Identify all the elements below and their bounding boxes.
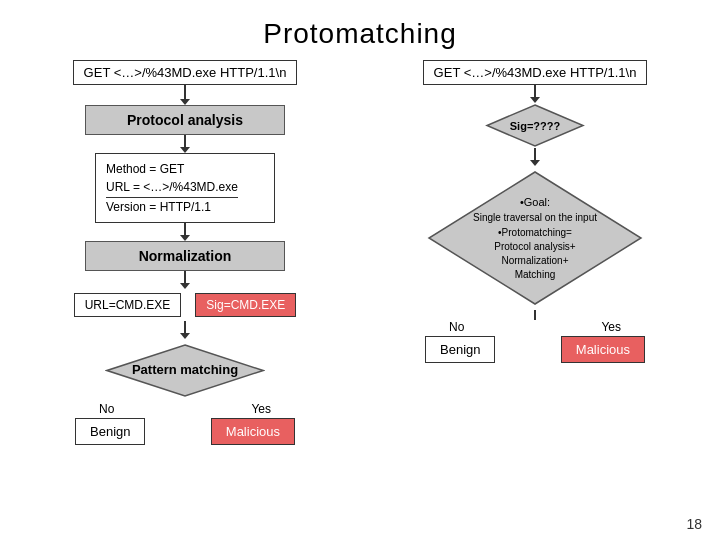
sig-cmd-box: Sig=CMD.EXE	[195, 293, 296, 317]
r-malicious-box: Malicious	[561, 336, 645, 363]
left-diagram: GET <…>/%43MD.exe HTTP/1.1\n Protocol an…	[35, 60, 335, 445]
r-arrow2	[534, 148, 536, 160]
arrow4	[184, 271, 186, 283]
no-label: No	[99, 402, 114, 416]
arrowhead4	[180, 283, 190, 289]
svg-marker-4	[429, 172, 641, 304]
url-sig-row: URL=CMD.EXE Sig=CMD.EXE	[74, 293, 297, 317]
info-box: Method = GET URL = <…>/%43MD.exe Version…	[95, 153, 275, 223]
svg-text:•Goal:: •Goal:	[520, 196, 550, 208]
left-http-box: GET <…>/%43MD.exe HTTP/1.1\n	[73, 60, 298, 85]
method-line: Method = GET	[106, 160, 264, 178]
page-number: 18	[686, 516, 702, 532]
r-result-row: Benign Malicious	[425, 336, 645, 363]
url-cmd-box: URL=CMD.EXE	[74, 293, 182, 317]
right-col: Sig=???? •Goal: Single traversal on the …	[425, 85, 645, 363]
arrowhead5	[180, 333, 190, 339]
svg-text:Protocol analysis+: Protocol analysis+	[494, 241, 576, 252]
r-yes-label: Yes	[601, 320, 621, 334]
version-line: Version = HTTP/1.1	[106, 198, 264, 216]
right-main: Sig=???? •Goal: Single traversal on the …	[425, 85, 645, 363]
benign-box: Benign	[75, 418, 145, 445]
yes-no-row: No Yes	[85, 402, 285, 416]
norm-box: Normalization	[85, 241, 285, 271]
svg-text:•Protomatching=: •Protomatching=	[498, 227, 572, 238]
pattern-matching-diamond: Pattern matching	[105, 343, 265, 398]
goal-diamond-svg: •Goal: Single traversal on the input •Pr…	[425, 168, 645, 308]
right-diagram: GET <…>/%43MD.exe HTTP/1.1\n Sig=????	[385, 60, 685, 363]
sig-diamond-wrap: Sig=????	[485, 103, 585, 148]
info-and-arrow: Method = GET URL = <…>/%43MD.exe Version…	[74, 135, 297, 445]
sig-diamond-svg: Sig=????	[485, 103, 585, 148]
right-http-box: GET <…>/%43MD.exe HTTP/1.1\n	[423, 60, 648, 85]
yes-label: Yes	[251, 402, 271, 416]
protocol-analysis-box: Protocol analysis	[85, 105, 285, 135]
left-info-col: Method = GET URL = <…>/%43MD.exe Version…	[74, 135, 297, 445]
r-benign-box: Benign	[425, 336, 495, 363]
arrow2	[184, 135, 186, 147]
arrow5	[184, 321, 186, 333]
svg-text:Sig=????: Sig=????	[510, 120, 561, 132]
r-arrow3	[534, 310, 536, 320]
arrow3	[184, 223, 186, 235]
svg-text:Pattern matching: Pattern matching	[132, 362, 238, 377]
page-title: Protomatching	[0, 0, 720, 60]
svg-text:Single traversal on the input: Single traversal on the input	[473, 212, 597, 223]
url-line: URL = <…>/%43MD.exe	[106, 178, 238, 198]
svg-text:Matching: Matching	[515, 269, 556, 280]
malicious-box: Malicious	[211, 418, 295, 445]
r-no-label: No	[449, 320, 464, 334]
r-yes-no-row: No Yes	[435, 320, 635, 334]
result-row: Benign Malicious	[75, 418, 295, 445]
arrow1	[184, 85, 186, 99]
r-arrow1	[534, 85, 536, 97]
svg-text:Normalization+: Normalization+	[502, 255, 569, 266]
r-arrowhead2	[530, 160, 540, 166]
goal-diamond-wrap: •Goal: Single traversal on the input •Pr…	[425, 168, 645, 308]
diagrams-container: GET <…>/%43MD.exe HTTP/1.1\n Protocol an…	[0, 60, 720, 445]
